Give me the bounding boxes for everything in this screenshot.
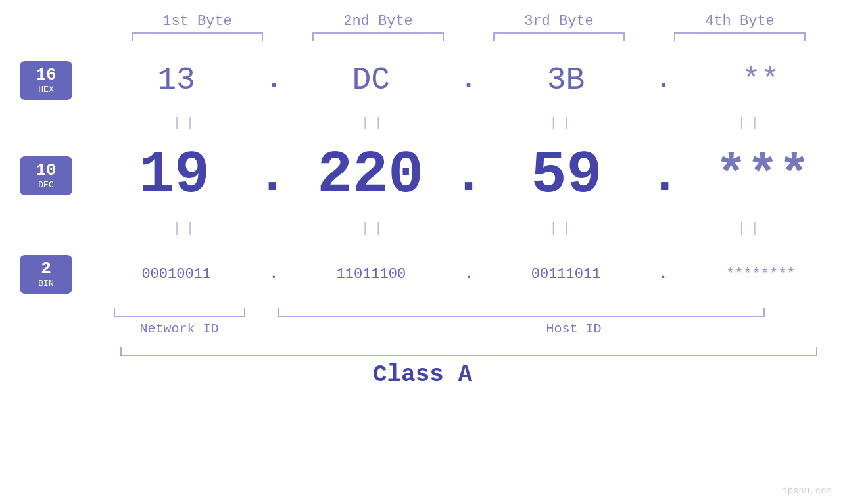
main-container: 1st Byte 2nd Byte 3rd Byte 4th Byte 16 H… <box>0 0 845 504</box>
bracket-top-1 <box>132 32 263 41</box>
bin-b1: 00010011 <box>110 266 242 283</box>
bin-dot3: . <box>659 266 667 283</box>
equals-row-2: || || || || <box>0 215 845 241</box>
dec-dot1: . <box>256 146 288 206</box>
bracket-host <box>278 308 765 317</box>
bin-dot2: . <box>464 266 473 283</box>
dec-values: 19 . 220 . 59 . *** <box>92 142 845 209</box>
class-label: Class A <box>0 361 845 388</box>
hex-b4: ** <box>695 62 827 98</box>
dec-number: 10 <box>28 162 64 179</box>
dec-b4: *** <box>697 146 829 206</box>
byte2-header: 2nd Byte <box>306 13 450 30</box>
dec-name: DEC <box>28 180 64 190</box>
eq1-b1: || <box>120 116 252 131</box>
equals-row-1: || || || || <box>0 110 845 136</box>
hex-badge: 16 HEX <box>20 61 72 100</box>
eq2-b1: || <box>120 221 252 236</box>
eq1-b4: || <box>685 116 817 131</box>
byte3-header: 3rd Byte <box>487 13 631 30</box>
bin-b2: 11011100 <box>305 266 437 283</box>
dec-b3: 59 <box>501 142 633 209</box>
hex-badge-cell: 16 HEX <box>0 61 92 100</box>
bin-badge: 2 BIN <box>20 255 72 294</box>
watermark: ipshu.com <box>782 486 832 496</box>
dec-badge: 10 DEC <box>20 156 72 195</box>
bin-badge-cell: 2 BIN <box>0 255 92 294</box>
hex-b2: DC <box>305 62 437 98</box>
dec-b2: 220 <box>304 142 436 209</box>
hex-b3: 3B <box>500 62 632 98</box>
eq2-b3: || <box>497 221 629 236</box>
eq1-b2: || <box>308 116 440 131</box>
eq1-b3: || <box>497 116 629 131</box>
hex-name: HEX <box>28 85 64 95</box>
bin-name: BIN <box>28 279 64 288</box>
eq2-b4: || <box>685 221 817 236</box>
bracket-top-3 <box>493 32 625 41</box>
hex-row: 16 HEX 13 . DC . 3B . ** <box>0 51 845 110</box>
dec-b1: 19 <box>109 142 240 209</box>
host-id-label: Host ID <box>350 321 798 336</box>
hex-dot2: . <box>460 66 476 95</box>
dec-dot3: . <box>649 146 681 206</box>
bin-number: 2 <box>28 260 64 277</box>
bracket-network <box>114 308 245 317</box>
bracket-top-4 <box>674 32 806 41</box>
bin-b3: 00111011 <box>500 266 632 283</box>
byte4-header: 4th Byte <box>667 13 812 30</box>
hex-dot3: . <box>656 66 671 95</box>
dec-dot2: . <box>452 146 484 206</box>
eq2-b2: || <box>308 221 440 236</box>
class-bracket <box>120 347 817 356</box>
dec-badge-cell: 10 DEC <box>0 156 92 195</box>
bin-dot1: . <box>270 266 278 283</box>
bin-row: 2 BIN 00010011 . 11011100 . 00111011 . *… <box>0 241 845 307</box>
bin-values: 00010011 . 11011100 . 00111011 . *******… <box>92 266 845 283</box>
hex-values: 13 . DC . 3B . ** <box>92 62 845 98</box>
byte1-header: 1st Byte <box>125 13 270 30</box>
bracket-top-2 <box>312 32 444 41</box>
hex-dot1: . <box>266 66 281 95</box>
hex-number: 16 <box>28 66 64 83</box>
network-id-label: Network ID <box>107 321 252 336</box>
hex-b1: 13 <box>110 62 242 98</box>
bin-b4: ******** <box>695 266 827 283</box>
dec-row: 10 DEC 19 . 220 . 59 . *** <box>0 136 845 215</box>
